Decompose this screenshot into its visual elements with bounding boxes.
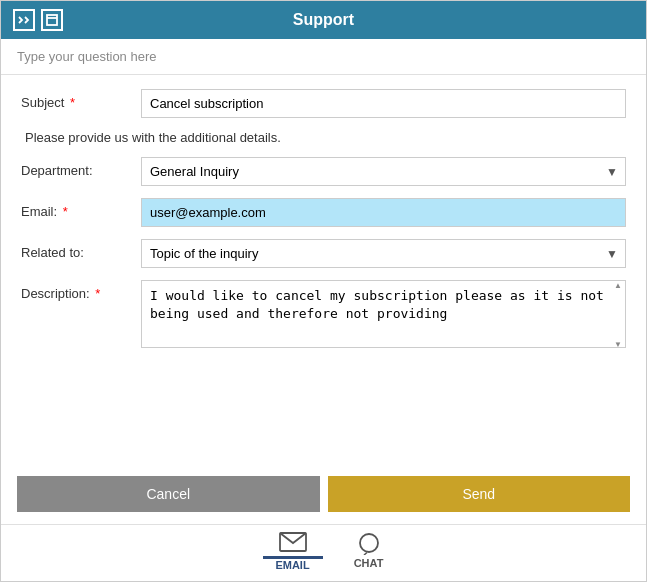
- form-area: Subject * Please provide us with the add…: [1, 75, 646, 466]
- department-label: Department:: [21, 157, 141, 178]
- email-input[interactable]: [141, 198, 626, 227]
- minimize-icon[interactable]: [13, 9, 35, 31]
- department-select-wrapper: General Inquiry Technical Support Billin…: [141, 157, 626, 186]
- tab-bar: EMAIL CHAT: [1, 524, 646, 581]
- email-required: *: [59, 204, 68, 219]
- description-label: Description: *: [21, 280, 141, 301]
- titlebar-icon-group: [13, 9, 63, 31]
- titlebar: Support: [1, 1, 646, 39]
- expand-icon[interactable]: [41, 9, 63, 31]
- svg-rect-0: [47, 15, 57, 25]
- chat-tab-label: CHAT: [354, 557, 384, 569]
- hint-text: Please provide us with the additional de…: [21, 130, 626, 145]
- email-label: Email: *: [21, 198, 141, 219]
- chat-icon: [353, 533, 385, 555]
- send-button[interactable]: Send: [328, 476, 631, 512]
- related-row: Related to: Topic of the inquiry Order A…: [21, 239, 626, 268]
- description-required: *: [92, 286, 101, 301]
- description-textarea-wrapper: I would like to cancel my subscription p…: [141, 280, 626, 351]
- description-row: Description: * I would like to cancel my…: [21, 280, 626, 351]
- scrollbar-down-arrow[interactable]: ▼: [614, 341, 622, 349]
- subject-label: Subject *: [21, 89, 141, 110]
- subject-required: *: [66, 95, 75, 110]
- email-row: Email: *: [21, 198, 626, 227]
- subject-row: Subject *: [21, 89, 626, 118]
- button-row: Cancel Send: [1, 466, 646, 524]
- email-tab-label: EMAIL: [275, 559, 309, 571]
- svg-line-4: [364, 553, 367, 556]
- email-icon: [277, 531, 309, 553]
- department-row: Department: General Inquiry Technical Su…: [21, 157, 626, 186]
- description-scrollbar[interactable]: ▲ ▼: [612, 282, 624, 349]
- titlebar-title: Support: [293, 11, 354, 29]
- related-label: Related to:: [21, 239, 141, 260]
- svg-point-3: [360, 534, 378, 552]
- related-select[interactable]: Topic of the inquiry Order Account: [141, 239, 626, 268]
- tab-email[interactable]: EMAIL: [263, 531, 323, 571]
- related-select-wrapper: Topic of the inquiry Order Account ▼: [141, 239, 626, 268]
- search-bar[interactable]: Type your question here: [1, 39, 646, 75]
- cancel-button[interactable]: Cancel: [17, 476, 320, 512]
- description-textarea[interactable]: I would like to cancel my subscription p…: [141, 280, 626, 348]
- tab-chat[interactable]: CHAT: [353, 533, 385, 569]
- subject-input[interactable]: [141, 89, 626, 118]
- support-window: Support Type your question here Subject …: [0, 0, 647, 582]
- scrollbar-up-arrow[interactable]: ▲: [614, 282, 622, 290]
- search-placeholder: Type your question here: [17, 49, 156, 64]
- department-select[interactable]: General Inquiry Technical Support Billin…: [141, 157, 626, 186]
